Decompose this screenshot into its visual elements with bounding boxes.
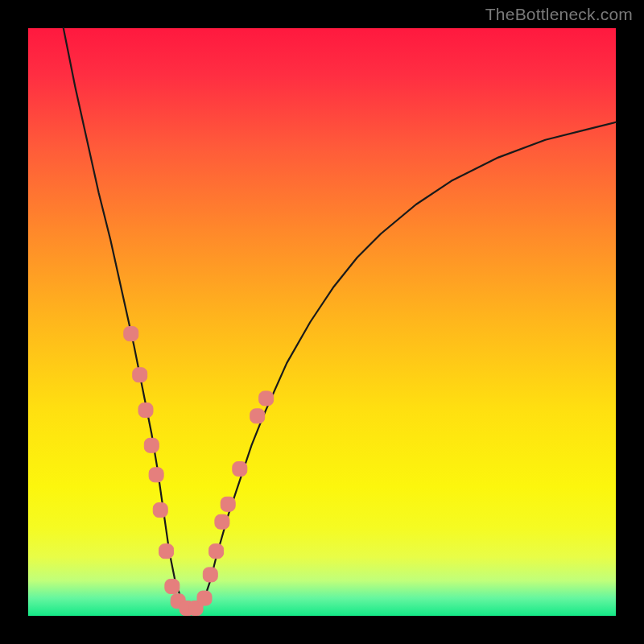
data-marker: [124, 327, 138, 341]
data-marker: [259, 391, 274, 406]
data-marker: [221, 497, 235, 511]
watermark-text: TheBottleneck.com: [485, 5, 633, 24]
data-marker: [250, 409, 265, 423]
data-marker: [197, 591, 212, 605]
data-marker: [233, 462, 247, 477]
data-markers: [124, 327, 274, 616]
data-marker: [215, 514, 229, 529]
plot-overlay: [28, 28, 616, 616]
data-marker: [149, 468, 163, 482]
data-marker: [159, 544, 174, 559]
data-marker: [203, 568, 217, 582]
bottleneck-curve: [64, 28, 616, 610]
data-marker: [133, 368, 147, 382]
chart-frame: TheBottleneck.com: [0, 0, 644, 644]
data-marker: [138, 403, 153, 418]
data-marker: [209, 544, 224, 559]
data-marker: [153, 503, 167, 518]
data-marker: [165, 580, 180, 594]
data-marker: [144, 438, 159, 452]
